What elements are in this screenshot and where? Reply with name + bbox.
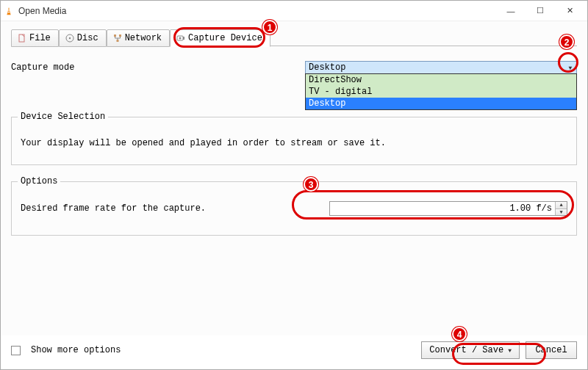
options-group: Options Desired frame rate for the captu…	[11, 181, 577, 236]
svg-rect-8	[116, 40, 118, 42]
spin-up-icon[interactable]: ▲	[556, 202, 567, 209]
show-more-checkbox[interactable]	[11, 346, 21, 355]
tab-file[interactable]: File	[11, 29, 59, 47]
file-icon	[18, 34, 26, 43]
svg-marker-0	[7, 7, 10, 15]
device-selection-group: Device Selection Your display will be op…	[11, 117, 577, 165]
option-desktop[interactable]: Desktop	[306, 98, 576, 109]
fps-value: 1.00 f/s	[509, 203, 552, 214]
chevron-down-icon[interactable]: ▼	[508, 347, 512, 354]
chevron-down-icon[interactable]: ▼	[565, 62, 576, 73]
fps-label: Desired frame rate for the capture.	[21, 203, 329, 214]
svg-rect-7	[119, 35, 121, 37]
capture-mode-options: DirectShow TV - digital Desktop	[305, 73, 577, 110]
device-selection-legend: Device Selection	[18, 112, 108, 122]
svg-point-5	[69, 37, 71, 39]
vlc-cone-icon	[4, 6, 14, 16]
titlebar: Open Media — ☐ ✕	[1, 1, 587, 21]
network-icon	[113, 34, 122, 43]
tab-file-label: File	[29, 33, 51, 43]
device-selection-text: Your display will be opened and played i…	[21, 138, 567, 148]
option-tv-digital[interactable]: TV - digital	[306, 86, 576, 98]
tab-disc-label: Disc	[77, 33, 98, 43]
capture-mode-label: Capture mode	[11, 62, 305, 73]
convert-save-label: Convert / Save	[429, 345, 503, 355]
cancel-label: Cancel	[535, 345, 567, 355]
capture-mode-selected: Desktop	[309, 62, 345, 73]
svg-rect-11	[183, 37, 184, 40]
svg-rect-6	[114, 35, 116, 37]
minimize-button[interactable]: —	[496, 2, 526, 20]
fps-input[interactable]: 1.00 f/s ▲ ▼	[329, 201, 567, 216]
tab-bar: File Disc Network Capture Device	[11, 29, 577, 46]
footer: Show more options Convert / Save ▼ Cance…	[1, 335, 587, 369]
spin-down-icon[interactable]: ▼	[556, 209, 567, 216]
capture-mode-row: Capture mode Desktop ▼ DirectShow TV - d…	[11, 59, 577, 76]
tab-disc[interactable]: Disc	[59, 29, 107, 47]
tab-network[interactable]: Network	[107, 29, 170, 47]
svg-rect-1	[7, 10, 10, 10]
show-more-label[interactable]: Show more options	[31, 345, 121, 355]
convert-save-button[interactable]: Convert / Save ▼	[421, 341, 520, 359]
tab-capture-device[interactable]: Capture Device	[170, 29, 270, 47]
capture-mode-dropdown[interactable]: Desktop ▼ DirectShow TV - digital Deskto…	[305, 61, 577, 74]
svg-point-10	[179, 37, 182, 40]
svg-rect-2	[7, 11, 10, 12]
tab-network-label: Network	[125, 33, 162, 43]
content-area: File Disc Network Capture Device Capture…	[1, 21, 587, 335]
capture-icon	[176, 34, 185, 43]
close-button[interactable]: ✕	[555, 2, 584, 20]
window-title: Open Media	[18, 6, 496, 16]
maximize-button[interactable]: ☐	[526, 2, 555, 20]
fps-spinner[interactable]: ▲ ▼	[555, 202, 567, 215]
disc-icon	[65, 34, 74, 43]
cancel-button[interactable]: Cancel	[526, 341, 577, 359]
options-legend: Options	[18, 176, 60, 186]
tab-capture-label: Capture Device	[188, 33, 262, 43]
open-media-window: Open Media — ☐ ✕ File Disc Network Captu…	[0, 0, 588, 370]
option-directshow[interactable]: DirectShow	[306, 74, 576, 86]
